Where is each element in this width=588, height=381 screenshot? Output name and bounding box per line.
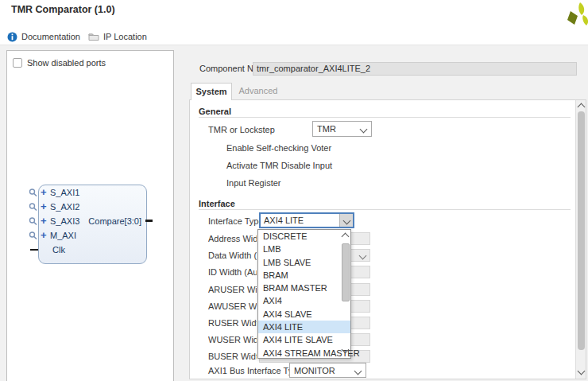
- panel-scrollbar-thumb[interactable]: [578, 111, 585, 350]
- dropdown-option[interactable]: AXI4: [258, 294, 350, 307]
- ip-location-link[interactable]: IP Location: [88, 31, 147, 42]
- port-m-axi[interactable]: M_AXI: [50, 230, 76, 241]
- port-s-axi2[interactable]: S_AXI2: [50, 201, 79, 212]
- dropdown-option[interactable]: DISCRETE: [258, 230, 350, 243]
- general-section-heading: General: [199, 107, 231, 116]
- selected-value: MONITOR: [294, 364, 335, 377]
- panel-scrollbar[interactable]: [575, 100, 586, 379]
- dropdown-scrollbar-thumb[interactable]: [342, 243, 350, 301]
- awuser-width-label: AWUSER Wid: [208, 301, 257, 312]
- tmr-or-lockstep-select[interactable]: TMR: [312, 121, 372, 137]
- component-name-input[interactable]: tmr_comparator_AXI4LITE_2: [253, 62, 577, 76]
- interface-type-dropdown-list: DISCRETE LMB LMB SLAVE BRAM BRAM MASTER …: [257, 229, 351, 359]
- chevron-down-icon: [360, 126, 368, 134]
- dropdown-option[interactable]: LMB SLAVE: [258, 256, 350, 269]
- dropdown-option[interactable]: AXI4 LITE: [258, 321, 350, 333]
- scroll-down-icon[interactable]: [578, 367, 586, 375]
- interface-type-combo[interactable]: AXI4 LITE: [259, 212, 354, 228]
- documentation-label: Documentation: [21, 32, 80, 41]
- scroll-up-icon[interactable]: [578, 103, 586, 111]
- combo-dropdown-button[interactable]: [339, 214, 353, 227]
- enable-self-checking-voter-label: Enable Self-checking Voter: [226, 142, 331, 154]
- data-width-label: Data Width (A: [208, 250, 257, 261]
- compare-pin-stub: [145, 220, 153, 222]
- clk-pin-stub: [30, 249, 38, 251]
- folder-icon: [88, 32, 99, 41]
- zoom-port-icon[interactable]: [29, 231, 37, 240]
- info-icon: [7, 32, 17, 42]
- port-clk[interactable]: Clk: [52, 244, 65, 255]
- dropdown-option[interactable]: LMB: [258, 243, 350, 255]
- tab-advanced[interactable]: Advanced: [234, 83, 283, 100]
- activate-tmr-disable-input-label: Activate TMR Disable Input: [226, 160, 332, 171]
- interface-type-label: Interface Type: [208, 216, 264, 227]
- selected-value: AXI4 LITE: [264, 214, 304, 227]
- port-s-axi3[interactable]: S_AXI3: [50, 216, 79, 227]
- axi1-bus-interface-type-select[interactable]: MONITOR: [289, 363, 366, 378]
- tmr-or-lockstep-label: TMR or Lockstep: [208, 124, 275, 135]
- port-compare[interactable]: Compare[3:0]: [83, 216, 141, 227]
- ruser-width-label: RUSER Width: [208, 317, 257, 329]
- dropdown-option[interactable]: BRAM: [258, 269, 350, 282]
- id-width-label: ID Width (Auto: [208, 266, 257, 278]
- ip-customization-dialog: TMR Comparator (1.0) Documentation IP Lo…: [0, 0, 588, 381]
- chevron-down-icon: [359, 252, 367, 260]
- section-divider: [199, 117, 571, 118]
- input-register-label: Input Register: [226, 177, 280, 189]
- expand-port-icon[interactable]: +: [41, 187, 47, 198]
- dropdown-option[interactable]: AXI4 LITE SLAVE: [258, 333, 350, 346]
- expand-port-icon[interactable]: +: [41, 201, 47, 212]
- show-disabled-ports-checkbox[interactable]: [13, 58, 22, 68]
- axi1-bus-interface-type-label: AXI1 Bus Interface Type: [208, 365, 302, 376]
- ip-location-label: IP Location: [103, 32, 147, 41]
- address-width-label: Address Widt: [208, 233, 257, 244]
- expand-port-icon[interactable]: +: [41, 216, 47, 227]
- vivado-leaf-logo: [561, 2, 588, 32]
- zoom-port-icon[interactable]: [29, 217, 37, 226]
- zoom-port-icon[interactable]: [29, 203, 37, 212]
- chevron-down-icon: [342, 216, 350, 224]
- dropdown-option[interactable]: BRAM MASTER: [258, 282, 350, 294]
- wuser-width-label: WUSER Widt: [208, 334, 257, 345]
- dropdown-option[interactable]: AXI4 SLAVE: [258, 308, 350, 321]
- tab-system[interactable]: System: [191, 83, 232, 100]
- dropdown-option[interactable]: AXI4 STREAM MASTER: [258, 347, 350, 360]
- expand-port-icon[interactable]: +: [41, 230, 47, 241]
- aruser-width-label: ARUSER Wid: [208, 284, 257, 295]
- show-disabled-ports-label: Show disabled ports: [27, 57, 106, 68]
- interface-section-heading: Interface: [199, 199, 235, 208]
- buser-width-label: BUSER Width: [208, 351, 257, 362]
- port-s-axi1[interactable]: S_AXI1: [50, 187, 79, 198]
- section-divider: [199, 209, 571, 210]
- dialog-title: TMR Comparator (1.0): [11, 4, 115, 15]
- chevron-down-icon: [354, 367, 362, 375]
- zoom-port-icon[interactable]: [29, 189, 37, 197]
- documentation-link[interactable]: Documentation: [7, 31, 80, 42]
- selected-value: TMR: [317, 122, 336, 136]
